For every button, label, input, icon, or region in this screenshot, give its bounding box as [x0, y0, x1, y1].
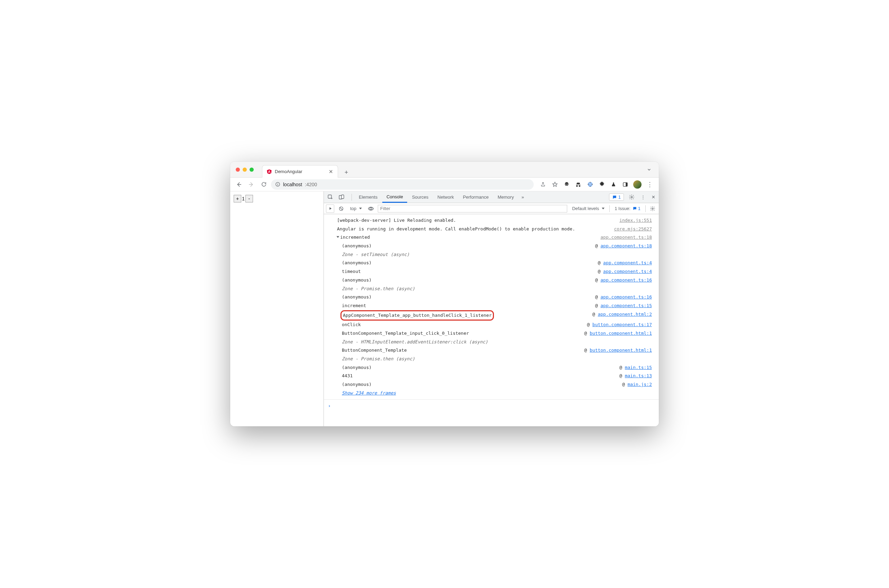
profile-avatar[interactable]	[633, 180, 641, 189]
console-filter-input[interactable]	[378, 205, 567, 213]
frame-source-link[interactable]: app.component.html:2	[598, 312, 652, 317]
frame-source-link[interactable]: button.component.html:1	[590, 331, 652, 336]
stack-frame: Zone - Promise.then (async)	[324, 285, 659, 293]
target-extension-icon[interactable]	[586, 181, 594, 188]
console-prompt[interactable]: ›	[324, 399, 659, 412]
svg-point-1	[278, 183, 278, 184]
stack-frame: onClick@ button.component.ts:17	[324, 321, 659, 329]
frame-name: ButtonComponent_Template_input_click_0_l…	[337, 329, 584, 338]
live-expression-button[interactable]	[367, 204, 375, 213]
context-selector[interactable]: top	[348, 205, 364, 212]
extension-icons: ⋮	[536, 180, 655, 189]
highlighted-frame: AppComponent_Template_app_button_handleC…	[341, 310, 494, 321]
stack-frame: ButtonComponent_Template_input_click_0_l…	[324, 329, 659, 338]
decrement-button[interactable]: -	[245, 195, 253, 202]
message-text: [webpack-dev-server] Live Reloading enab…	[337, 216, 613, 225]
frame-source-link[interactable]: button.component.html:1	[590, 348, 652, 353]
incognito-extension-icon[interactable]	[574, 181, 582, 188]
at-symbol: @	[595, 294, 601, 300]
frame-source-link[interactable]: button.component.ts:17	[592, 322, 652, 327]
close-tab-button[interactable]: ✕	[328, 169, 333, 174]
star-icon[interactable]	[551, 181, 559, 188]
at-symbol: @	[622, 382, 628, 387]
console-message: Angular is running in development mode. …	[324, 225, 659, 234]
address-bar[interactable]: localhost:4200	[271, 179, 534, 190]
chevron-down-icon[interactable]	[645, 165, 653, 174]
back-button[interactable]	[234, 179, 244, 190]
svg-rect-2	[278, 184, 278, 186]
devtools-close-button[interactable]: ✕	[650, 193, 657, 201]
close-window-button[interactable]	[236, 168, 240, 172]
more-tabs-button[interactable]: »	[519, 195, 527, 200]
site-info-icon[interactable]	[275, 182, 280, 187]
show-more-link[interactable]: Show 234 more frames	[337, 389, 652, 398]
levels-label: Default levels	[572, 206, 599, 211]
url-path: :4200	[305, 182, 317, 187]
reload-button[interactable]	[258, 179, 269, 190]
maximize-window-button[interactable]	[249, 168, 254, 172]
source-link[interactable]: core.mjs:25627	[614, 225, 652, 234]
tab-console[interactable]: Console	[382, 191, 407, 203]
console-trace-header[interactable]: incremented app.component.ts:18	[324, 233, 659, 242]
app-page: + 1 -	[230, 191, 323, 426]
browser-menu-button[interactable]: ⋮	[646, 181, 654, 188]
tab-memory[interactable]: Memory	[494, 191, 518, 203]
console-toolbar: top Default levels 1 Issue: 1	[324, 203, 659, 214]
tab-elements[interactable]: Elements	[354, 191, 381, 203]
browser-tab[interactable]: DemoAngular ✕	[262, 165, 338, 178]
share-icon[interactable]	[539, 181, 547, 188]
frame-source-link[interactable]: app.component.ts:16	[601, 294, 652, 300]
frame-source-link[interactable]: main.js:2	[628, 382, 652, 387]
content-area: + 1 - Elements Console Sources Network	[230, 191, 659, 426]
minimize-window-button[interactable]	[243, 168, 247, 172]
new-tab-button[interactable]: +	[341, 168, 351, 177]
disclosure-triangle-icon[interactable]	[337, 236, 339, 238]
flask-extension-icon[interactable]	[610, 181, 617, 188]
clear-console-button[interactable]	[337, 204, 345, 213]
context-label: top	[350, 206, 356, 211]
chevron-down-icon	[359, 208, 362, 209]
frame-name: ButtonComponent_Template	[337, 346, 584, 355]
at-symbol: @	[592, 312, 598, 317]
console-settings-icon[interactable]	[649, 204, 657, 213]
at-symbol: @	[587, 322, 592, 327]
log-levels-selector[interactable]: Default levels	[570, 206, 607, 211]
frame-source-link[interactable]: main.ts:15	[625, 365, 652, 370]
tab-network[interactable]: Network	[434, 191, 458, 203]
at-symbol: @	[595, 278, 601, 283]
devtools-settings-icon[interactable]	[627, 193, 636, 201]
frame-name: (anonymous)	[337, 380, 622, 389]
show-more-frames[interactable]: Show 234 more frames	[324, 389, 659, 398]
svg-point-3	[588, 182, 592, 186]
frame-source-link[interactable]: app.component.ts:15	[601, 303, 652, 308]
at-symbol: @	[584, 348, 590, 353]
stack-frame: ButtonComponent_Template@ button.compone…	[324, 346, 659, 355]
issues-indicator[interactable]: 1 Issue: 1	[613, 206, 643, 211]
device-toolbar-icon[interactable]	[337, 193, 346, 202]
titlebar: DemoAngular ✕ +	[230, 162, 659, 178]
messages-badge[interactable]: 1	[609, 194, 624, 201]
increment-button[interactable]: +	[234, 195, 241, 202]
stack-frame: Zone - setTimeout (async)	[324, 250, 659, 259]
panel-extension-icon[interactable]	[622, 181, 629, 188]
frame-source-link[interactable]: app.component.ts:4	[603, 260, 652, 266]
inspect-element-icon[interactable]	[326, 193, 335, 202]
frame-source-link[interactable]: app.component.ts:16	[601, 278, 652, 283]
tab-sources[interactable]: Sources	[408, 191, 433, 203]
skull-extension-icon[interactable]	[563, 181, 570, 188]
source-link[interactable]: index.js:551	[619, 216, 652, 225]
forward-button[interactable]	[246, 179, 257, 190]
chevron-down-icon	[602, 208, 605, 209]
frame-source-link[interactable]: app.component.ts:18	[601, 243, 652, 248]
puzzle-extension-icon[interactable]	[598, 181, 605, 188]
at-symbol: @	[619, 373, 625, 378]
toggle-sidebar-button[interactable]	[326, 204, 334, 213]
frame-source-link[interactable]: app.component.ts:4	[603, 269, 652, 274]
tab-performance[interactable]: Performance	[459, 191, 493, 203]
frame-source-link[interactable]: main.ts:13	[625, 373, 652, 378]
source-link[interactable]: app.component.ts:18	[601, 233, 652, 242]
stack-frame: increment@ app.component.ts:15	[324, 302, 659, 310]
console-output: [webpack-dev-server] Live Reloading enab…	[324, 214, 659, 426]
devtools-menu-button[interactable]: ⋮	[640, 193, 647, 201]
stack-frame: AppComponent_Template_app_button_handleC…	[324, 310, 659, 321]
